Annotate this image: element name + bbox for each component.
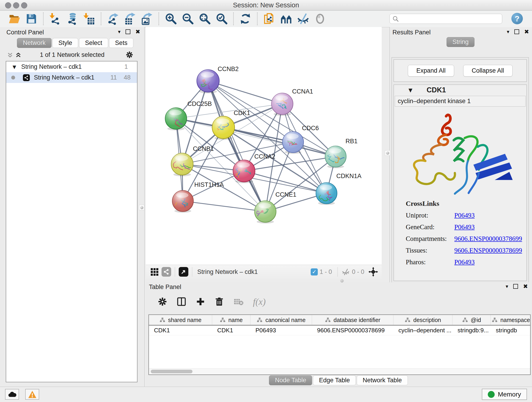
protein-card-header[interactable]: ▼ CDK1 (394, 85, 526, 95)
table-cell[interactable]: CDK1 (212, 327, 250, 334)
control-panel-tabs: NetworkStyleSelectSets (17, 38, 134, 48)
table-cell[interactable]: P06493 (250, 327, 312, 334)
warning-status-button[interactable] (25, 389, 39, 400)
delete-table-icon[interactable] (233, 296, 244, 307)
tree-expander-icon[interactable]: ▼ (13, 64, 16, 70)
network-node-RB1[interactable] (325, 146, 346, 168)
crosslink-link[interactable]: 9606.ENSP00000378699 (454, 247, 522, 254)
zoom-selected-icon[interactable] (215, 13, 228, 25)
tab-network[interactable]: Network (17, 38, 51, 48)
tab-select[interactable]: Select (79, 38, 108, 48)
network-edge[interactable] (208, 81, 265, 211)
birdseye-view-icon[interactable] (179, 267, 188, 277)
network-canvas[interactable]: CCNB2CCNA1CDC25BCDK1CDC6RB1CCNB1CCNA2CDK… (146, 27, 382, 265)
column-header-canonical-name[interactable]: canonical name (250, 315, 312, 325)
expand-all-button[interactable]: Expand All (408, 65, 454, 77)
network-collection-row[interactable]: ▼ String Network – cdk1 1 (6, 61, 137, 72)
export-image-icon[interactable] (141, 13, 153, 25)
network-node-CDKN1A[interactable] (316, 183, 337, 205)
import-table-file-icon[interactable] (83, 13, 95, 25)
tab-style[interactable]: Style (52, 38, 78, 48)
node-position-icon[interactable] (368, 267, 378, 277)
column-header-@id[interactable]: @id (452, 315, 491, 325)
column-header-database-identifier[interactable]: database identifier (312, 315, 393, 325)
tab-node-table[interactable]: Node Table (269, 375, 312, 385)
import-network-database-icon[interactable] (66, 13, 78, 25)
network-node-CCNE1[interactable] (254, 201, 276, 223)
network-edge[interactable] (208, 81, 282, 104)
table-cell[interactable]: CDK1 (149, 327, 212, 334)
cloud-status-button[interactable] (5, 389, 19, 400)
table-cell[interactable]: 9606.ENSP00000378699 (312, 327, 393, 334)
crosslink-link[interactable]: P06493 (454, 258, 475, 266)
clone-network-icon[interactable] (263, 13, 275, 25)
panel-menu-icon[interactable]: ▾ (506, 283, 508, 289)
network-edge[interactable] (223, 128, 336, 157)
panel-close-icon[interactable]: ✖ (135, 28, 140, 35)
network-node-CCNA1[interactable] (272, 93, 293, 116)
memory-button[interactable]: Memory (482, 389, 527, 400)
show-columns-icon[interactable] (177, 297, 186, 307)
network-share-icon[interactable] (162, 267, 171, 277)
crosslink-link[interactable]: P06493 (454, 211, 475, 219)
grid-view-icon[interactable] (151, 268, 158, 276)
hidden-eye-icon[interactable] (341, 268, 350, 276)
save-session-icon[interactable] (25, 13, 38, 25)
zoom-fit-icon[interactable] (198, 13, 211, 25)
import-network-file-icon[interactable] (49, 13, 61, 25)
export-table-icon[interactable] (124, 13, 136, 25)
function-builder-icon[interactable]: f(x) (253, 296, 266, 307)
table-cell[interactable]: stringdb (491, 327, 531, 334)
tab-sets[interactable]: Sets (109, 38, 133, 48)
panel-float-icon[interactable] (126, 29, 130, 34)
apply-preferred-layout-icon[interactable] (239, 13, 252, 25)
horizontal-splitter-handle[interactable] (340, 279, 344, 283)
panel-float-icon[interactable] (513, 284, 518, 289)
panel-menu-icon[interactable]: ▾ (118, 29, 120, 35)
card-expander-icon[interactable]: ▼ (409, 87, 412, 93)
cloud-icon (7, 391, 17, 398)
delete-column-trash-icon[interactable] (215, 297, 224, 306)
column-header-shared-name[interactable]: shared name (149, 315, 212, 325)
search-input[interactable] (389, 14, 502, 24)
scrollbar-thumb[interactable] (151, 370, 192, 373)
network-row[interactable]: String Network – cdk1 11 48 (6, 72, 137, 83)
zoom-out-icon[interactable] (181, 13, 194, 25)
table-row[interactable]: CDK1CDK1P064939606.ENSP00000378699cyclin… (149, 325, 530, 335)
zoom-in-icon[interactable] (165, 13, 177, 25)
panel-close-icon[interactable]: ✖ (523, 283, 528, 290)
first-neighbors-icon[interactable] (280, 13, 292, 25)
show-all-eye-icon[interactable] (314, 13, 326, 25)
table-horizontal-scrollbar[interactable] (149, 368, 530, 375)
table-cell[interactable]: stringdb:9... (452, 327, 491, 334)
tab-string[interactable]: String (447, 37, 475, 47)
network-node-HIST1H1A[interactable] (172, 191, 193, 213)
network-node-CDC6[interactable] (283, 132, 304, 154)
crosslink-link[interactable]: 9606.ENSP00000378699 (454, 235, 522, 242)
tab-edge-table[interactable]: Edge Table (313, 375, 356, 385)
network-node-CCNB1[interactable] (171, 153, 196, 176)
panel-close-icon[interactable]: ✖ (524, 28, 529, 35)
tab-network-table[interactable]: Network Table (357, 375, 408, 385)
table-cell[interactable]: cyclin–dependent ... (393, 327, 452, 334)
panel-menu-icon[interactable]: ▾ (507, 29, 509, 35)
column-header-name[interactable]: name (212, 315, 250, 325)
crosslink-link[interactable]: P06493 (454, 223, 475, 231)
selected-checkbox-icon[interactable]: ✓ (311, 268, 318, 275)
add-column-icon[interactable] (196, 297, 205, 306)
network-options-gear-icon[interactable] (126, 51, 133, 59)
table-settings-gear-icon[interactable] (158, 297, 167, 306)
column-header-description[interactable]: description (393, 315, 452, 325)
left-splitter-handle[interactable] (139, 205, 144, 210)
network-edge[interactable] (183, 201, 265, 211)
collapse-all-button[interactable]: Collapse All (463, 65, 513, 77)
hide-selected-eye-icon[interactable] (297, 13, 309, 25)
help-button[interactable]: ? (511, 13, 523, 24)
column-header-namespace[interactable]: namespace (491, 315, 531, 325)
right-splitter-handle[interactable] (385, 150, 390, 156)
panel-float-icon[interactable] (514, 29, 519, 34)
network-node-CDK1[interactable] (212, 116, 234, 140)
export-network-icon[interactable] (107, 13, 119, 25)
node-label-CDC25B: CDC25B (187, 100, 212, 107)
open-session-icon[interactable] (8, 13, 21, 25)
